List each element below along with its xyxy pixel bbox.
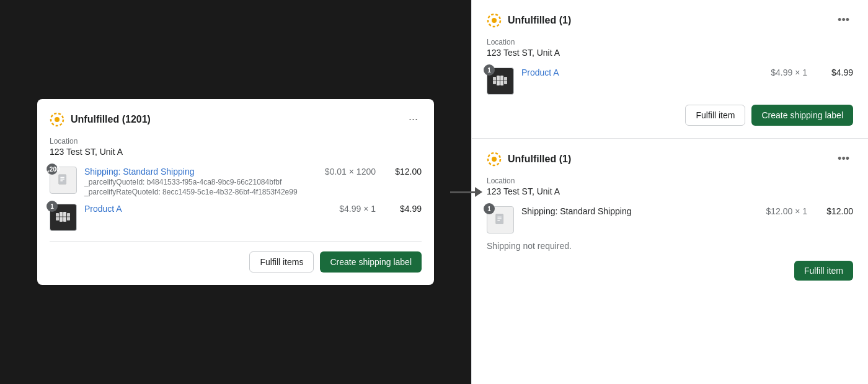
fulfill-items-button[interactable]: Fulfill items	[249, 251, 314, 273]
shipping-item-meta2: _parcelifyRateQuoteId: 8ecc1459-5c1e-4b3…	[84, 188, 317, 196]
shipping-not-required: Shipping not required.	[487, 241, 853, 251]
right-more-button-2[interactable]: •••	[834, 151, 853, 167]
arrow-line	[450, 191, 475, 193]
arrow-container	[450, 187, 482, 197]
teeth-svg	[55, 211, 72, 224]
right-location-value-2: 123 Test ST, Unit A	[487, 186, 853, 196]
shipping-item-name[interactable]: Shipping: Standard Shipping	[84, 167, 194, 177]
right-price-total-1: $4.99	[822, 68, 853, 77]
right-fulfill-button-2[interactable]: Fulfill item	[794, 261, 853, 281]
unfulfilled-card: Unfulfilled (1201) ··· Location 123 Test…	[37, 99, 434, 285]
right-footer-2: Fulfill item	[487, 261, 853, 281]
item-row: 1,200 Shipping: Standard Shipping _parce…	[50, 167, 422, 196]
doc-icon	[56, 173, 70, 187]
svg-rect-17	[493, 80, 507, 81]
right-doc-icon-2	[494, 213, 507, 227]
shipping-price-unit: $0.01 × 1200	[325, 167, 376, 177]
right-card-header-1: Unfulfilled (1) •••	[487, 12, 853, 28]
right-item-pricing-2: $12.00 × 1 $12.00	[766, 206, 853, 216]
product-item-name[interactable]: Product A	[84, 204, 122, 214]
right-section-2: Unfulfilled (1) ••• Location 123 Test ST…	[472, 139, 868, 293]
shipping-item-pricing: $0.01 × 1200 $12.00	[325, 167, 422, 177]
card-divider	[50, 241, 422, 242]
right-location-label-2: Location	[487, 177, 853, 185]
right-section-2-title: Unfulfilled (1)	[508, 154, 571, 165]
right-panel: Unfulfilled (1) ••• Location 123 Test ST…	[471, 0, 868, 384]
svg-point-1	[55, 117, 60, 122]
right-item-row-2: 1 Shipping: Standard Shipping $12.00 × 1…	[487, 206, 853, 233]
right-teeth-svg-1	[492, 74, 509, 88]
right-location-value-1: 123 Test ST, Unit A	[487, 48, 853, 58]
location-value: 123 Test ST, Unit A	[50, 147, 422, 157]
item-row-product: 1 Product A $4.99 × 1 $4.99	[50, 204, 422, 231]
right-footer-1: Fulfill item Create shipping label	[487, 105, 853, 126]
right-price-unit-1: $4.99 × 1	[771, 68, 807, 77]
shipping-price-total: $12.00	[391, 167, 422, 177]
more-options-button[interactable]: ···	[405, 111, 422, 127]
right-card-header-left-2: Unfulfilled (1)	[487, 152, 571, 167]
item-details-product: Product A	[84, 204, 332, 214]
product-item-pricing: $4.99 × 1 $4.99	[339, 204, 422, 214]
right-item-row-1: 1 Product A $4.99 × 1 $4.99	[487, 68, 853, 95]
right-badge-2: 1	[484, 203, 495, 214]
right-more-button-1[interactable]: •••	[834, 12, 853, 28]
left-panel: Unfulfilled (1201) ··· Location 123 Test…	[0, 0, 471, 384]
right-status-icon-1	[487, 13, 502, 28]
arrow-head	[475, 187, 482, 197]
right-shipping-name-2: Shipping: Standard Shipping	[521, 206, 631, 216]
item-thumbnail-product: 1	[50, 204, 77, 231]
right-section-1-title: Unfulfilled (1)	[508, 15, 571, 26]
product-price-unit: $4.99 × 1	[339, 204, 376, 214]
right-item-details-2: Shipping: Standard Shipping	[521, 206, 758, 216]
right-thumb-2: 1	[487, 206, 514, 233]
svg-rect-10	[56, 216, 70, 217]
item-thumbnail-shipping: 1,200	[50, 167, 77, 194]
card-header: Unfulfilled (1201) ···	[50, 111, 422, 127]
right-card-header-2: Unfulfilled (1) •••	[487, 151, 853, 167]
right-item-pricing-1: $4.99 × 1 $4.99	[771, 68, 853, 77]
card-footer: Fulfill items Create shipping label	[50, 251, 422, 273]
right-card-header-left-1: Unfulfilled (1)	[487, 13, 571, 28]
unfulfilled-status-icon	[50, 112, 64, 127]
right-fulfill-button-1[interactable]: Fulfill item	[685, 105, 745, 126]
product-price-total: $4.99	[391, 204, 422, 214]
card-title: Unfulfilled (1201)	[71, 114, 151, 125]
item-badge-shipping: 1,200	[46, 164, 58, 175]
item-badge-product: 1	[46, 201, 58, 212]
right-price-total-2: $12.00	[822, 206, 853, 216]
right-price-unit-2: $12.00 × 1	[766, 206, 807, 216]
right-shipping-label-button-1[interactable]: Create shipping label	[751, 105, 853, 126]
right-item-details-1: Product A	[521, 68, 763, 77]
location-label: Location	[50, 137, 422, 146]
svg-point-12	[492, 18, 497, 23]
svg-point-19	[492, 157, 497, 162]
shipping-item-meta1: _parcelifyQuoteId: b4841533-f95a-4ca8-9b…	[84, 178, 317, 186]
right-section-1: Unfulfilled (1) ••• Location 123 Test ST…	[472, 0, 868, 139]
right-status-icon-2	[487, 152, 502, 167]
item-details-shipping: Shipping: Standard Shipping _parcelifyQu…	[84, 167, 317, 196]
right-product-name-1[interactable]: Product A	[521, 68, 559, 77]
right-location-label-1: Location	[487, 38, 853, 46]
create-shipping-label-button[interactable]: Create shipping label	[320, 251, 422, 273]
right-thumb-1: 1	[487, 68, 514, 95]
right-badge-1: 1	[484, 64, 495, 76]
card-header-left: Unfulfilled (1201)	[50, 112, 151, 127]
